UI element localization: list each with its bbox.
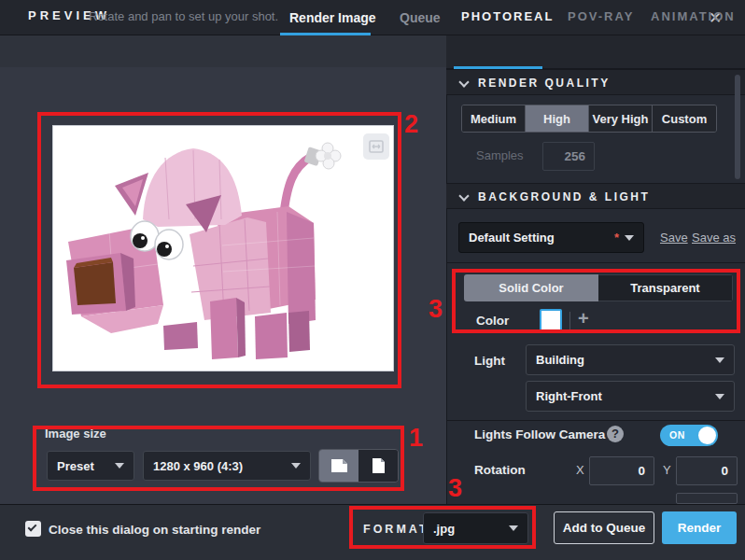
lego-model-preview bbox=[53, 126, 393, 371]
tab-render-image[interactable]: Render Image bbox=[289, 0, 376, 35]
quality-high-button[interactable]: High bbox=[526, 105, 589, 132]
background-mode-toggle: Solid Color Transparent bbox=[464, 274, 733, 301]
caret-down-icon bbox=[625, 235, 634, 241]
lights-follow-camera-toggle[interactable]: ON bbox=[660, 425, 718, 446]
quality-custom-button[interactable]: Custom bbox=[653, 105, 716, 132]
preview-header bbox=[0, 35, 446, 67]
transparent-button[interactable]: Transparent bbox=[598, 274, 733, 301]
preview-subtitle: Rotate and pan to set up your shot. bbox=[89, 9, 278, 23]
divider bbox=[446, 420, 745, 421]
resolution-dropdown[interactable]: 1280 x 960 (4:3) bbox=[143, 451, 311, 481]
format-label: FORMAT bbox=[363, 523, 429, 536]
caret-down-icon bbox=[715, 357, 724, 363]
render-quality-title: RENDER QUALITY bbox=[478, 77, 611, 90]
format-dropdown[interactable]: .jpg bbox=[423, 512, 528, 544]
aspect-ratio-icon[interactable] bbox=[363, 133, 389, 160]
divider bbox=[569, 312, 570, 329]
tab-animation[interactable]: ANIMATION bbox=[651, 0, 736, 34]
save-link[interactable]: Save bbox=[660, 231, 688, 245]
rotation-x-label: X bbox=[576, 463, 584, 477]
caret-down-icon bbox=[291, 463, 301, 469]
rotation-y-label: Y bbox=[663, 463, 671, 477]
quality-segmented-control: Medium High Very High Custom bbox=[461, 105, 717, 133]
preset-value: Preset bbox=[57, 459, 109, 473]
lighting-preset-value: Default Setting bbox=[469, 231, 610, 245]
landscape-orientation-button[interactable] bbox=[319, 450, 358, 482]
background-light-header[interactable]: BACKGROUND & LIGHT bbox=[446, 183, 745, 209]
light-direction-value: Right-Front bbox=[536, 389, 710, 403]
portrait-page-icon bbox=[372, 457, 386, 474]
rotation-z-input[interactable] bbox=[676, 493, 738, 504]
quality-medium-button[interactable]: Medium bbox=[462, 105, 526, 132]
light-type-dropdown[interactable]: Building bbox=[526, 344, 735, 375]
render-quality-header[interactable]: RENDER QUALITY bbox=[446, 69, 745, 95]
rotation-x-input[interactable]: 0 bbox=[589, 456, 654, 485]
image-size-preset-dropdown[interactable]: Preset bbox=[47, 451, 134, 481]
caret-down-icon bbox=[509, 525, 518, 531]
resolution-value: 1280 x 960 (4:3) bbox=[153, 459, 286, 473]
render-preview-viewport[interactable] bbox=[52, 125, 394, 371]
rotation-label: Rotation bbox=[474, 463, 526, 477]
portrait-orientation-button[interactable] bbox=[358, 450, 398, 482]
samples-label: Samples bbox=[476, 148, 524, 162]
background-light-title: BACKGROUND & LIGHT bbox=[478, 190, 650, 203]
toggle-knob bbox=[698, 427, 716, 444]
format-value: .jpg bbox=[433, 522, 503, 536]
caret-down-icon bbox=[715, 394, 724, 399]
required-asterisk: * bbox=[614, 231, 619, 245]
samples-input[interactable]: 256 bbox=[542, 142, 595, 171]
close-dialog-checkbox-label: Close this dialog on starting render bbox=[49, 523, 260, 537]
light-label: Light bbox=[474, 354, 505, 368]
add-color-button[interactable]: + bbox=[578, 308, 589, 329]
checkmark-icon bbox=[28, 523, 37, 532]
caret-down-icon bbox=[115, 463, 124, 469]
close-dialog-checkbox[interactable] bbox=[25, 521, 41, 537]
lights-follow-camera-label: Lights Follow Camera bbox=[474, 427, 605, 441]
landscape-page-icon bbox=[330, 458, 348, 473]
tab-photoreal[interactable]: PHOTOREAL bbox=[461, 0, 554, 34]
add-to-queue-button[interactable]: Add to Queue bbox=[554, 511, 654, 544]
render-image-dialog: Render Image Queue ✕ PREVIEW Rotate and … bbox=[0, 0, 745, 560]
image-size-label: Image size bbox=[45, 427, 106, 441]
rotation-y-input[interactable]: 0 bbox=[676, 456, 738, 485]
light-type-value: Building bbox=[536, 353, 710, 367]
light-direction-dropdown[interactable]: Right-Front bbox=[526, 381, 735, 412]
help-icon[interactable]: ? bbox=[607, 426, 624, 442]
save-as-link[interactable]: Save as bbox=[692, 231, 736, 245]
render-button[interactable]: Render bbox=[662, 511, 737, 544]
orientation-toggle-group bbox=[318, 449, 399, 483]
tab-povray[interactable]: POV-RAY bbox=[568, 0, 634, 34]
panel-scrollbar[interactable] bbox=[735, 75, 740, 179]
lighting-preset-dropdown[interactable]: Default Setting * bbox=[458, 222, 644, 253]
tab-queue[interactable]: Queue bbox=[400, 0, 441, 35]
chevron-down-icon bbox=[458, 190, 469, 201]
solid-color-button[interactable]: Solid Color bbox=[464, 274, 598, 301]
quality-very-high-button[interactable]: Very High bbox=[589, 105, 653, 132]
toggle-on-label: ON bbox=[669, 429, 685, 441]
background-color-swatch[interactable] bbox=[540, 309, 562, 331]
color-label: Color bbox=[476, 314, 509, 328]
settings-tabs bbox=[446, 35, 745, 69]
divider bbox=[446, 262, 745, 263]
chevron-down-icon bbox=[458, 77, 469, 87]
